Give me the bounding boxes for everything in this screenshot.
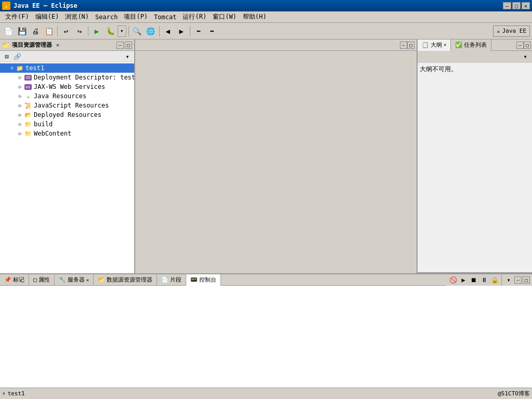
close-button[interactable]: ✕ bbox=[522, 2, 530, 9]
tree-toggle-deployed[interactable]: ▷ bbox=[17, 111, 24, 118]
panel-link-btn[interactable]: 🔗 bbox=[12, 52, 22, 61]
toolbar-next[interactable]: ➡ bbox=[206, 25, 218, 37]
menu-window[interactable]: 窗口(W) bbox=[210, 11, 240, 22]
tab-servers-close[interactable]: ✕ bbox=[86, 277, 89, 283]
title-text: Java EE — Eclipse bbox=[14, 2, 77, 9]
tree-item-js[interactable]: ▷ 📜 JavaScript Resources bbox=[0, 101, 134, 110]
tab-servers-label: 服务器 bbox=[68, 276, 85, 284]
tree-toggle-jax[interactable]: ▷ bbox=[17, 83, 24, 90]
tree-toggle-js[interactable]: ▷ bbox=[17, 102, 24, 109]
tab-outline[interactable]: 📋 大纲 ✕ bbox=[418, 39, 451, 51]
minimize-button[interactable]: — bbox=[503, 2, 511, 9]
outline-icon: 📋 bbox=[422, 42, 429, 48]
perspective-button[interactable]: ☕ Java EE bbox=[493, 25, 530, 37]
tasklist-icon: ✅ bbox=[455, 42, 462, 48]
tab-tasklist-label: 任务列表 bbox=[464, 41, 487, 49]
toolbar-nav-back[interactable]: ◀ bbox=[162, 25, 174, 37]
toolbar-debug[interactable]: 🐛 bbox=[104, 25, 116, 37]
tab-snippets-label: 片段 bbox=[170, 276, 181, 284]
perspective-icon: ☕ bbox=[497, 28, 500, 34]
toolbar-undo[interactable]: ↩ bbox=[60, 25, 72, 37]
console-menu-btn[interactable]: ▾ bbox=[504, 275, 513, 285]
toolbar-print[interactable]: 🖨 bbox=[29, 25, 42, 37]
app-icon: ☕ bbox=[2, 2, 10, 10]
tab-properties[interactable]: □ 属性 bbox=[29, 274, 55, 286]
toolbar-run[interactable]: ▶ bbox=[90, 25, 103, 37]
panel-menu-btn[interactable]: ▾ bbox=[123, 52, 132, 61]
console-stop-btn[interactable]: ⏹ bbox=[469, 275, 478, 285]
console-content bbox=[0, 286, 532, 388]
tree-toggle-java[interactable]: ▷ bbox=[17, 92, 24, 100]
toolbar-nav-forward[interactable]: ▶ bbox=[175, 25, 188, 37]
editor-panel: — □ bbox=[135, 39, 418, 273]
toolbar-new[interactable]: 📄 bbox=[2, 25, 15, 37]
menu-file[interactable]: 文件(F) bbox=[2, 11, 32, 22]
tab-snippets[interactable]: 📄 片段 bbox=[157, 274, 186, 286]
console-icon: 📟 bbox=[190, 276, 198, 283]
editor-maximize-btn[interactable]: □ bbox=[407, 42, 414, 49]
status-right: @51CTO博客 bbox=[498, 390, 530, 397]
toolbar-redo[interactable]: ↪ bbox=[73, 25, 86, 37]
tree-toggle-root[interactable]: ▽ bbox=[8, 64, 16, 72]
datasource-icon: 📂 bbox=[98, 276, 105, 283]
bottom-sep-1 bbox=[501, 275, 502, 285]
menu-tomcat[interactable]: Tomcat bbox=[151, 12, 179, 22]
tree-label-deployed: Deployed Resources bbox=[34, 111, 101, 118]
tree-item-jax[interactable]: ▷ ws JAX-WS Web Services bbox=[0, 82, 134, 91]
menu-help[interactable]: 帮助(H) bbox=[240, 11, 270, 22]
toolbar-sep-4 bbox=[159, 26, 160, 36]
menu-search[interactable]: Search bbox=[92, 12, 121, 22]
panel-maximize-btn[interactable]: □ bbox=[125, 42, 132, 49]
tree-item-build[interactable]: ▷ 📁 build bbox=[0, 119, 134, 129]
tab-datasource[interactable]: 📂 数据源资源管理器 bbox=[94, 274, 157, 286]
editor-minimize-btn[interactable]: — bbox=[400, 42, 407, 49]
tab-outline-close[interactable]: ✕ bbox=[444, 42, 446, 47]
project-explorer-panel: 📁 项目资源管理器 ✕ — □ ⊟ 🔗 ▾ ▽ bbox=[0, 39, 135, 273]
console-pause-btn[interactable]: ⏸ bbox=[479, 275, 489, 285]
bottom-minimize-btn[interactable]: — bbox=[514, 276, 522, 284]
maximize-button[interactable]: □ bbox=[512, 2, 521, 9]
panel-collapse-btn[interactable]: ⊟ bbox=[2, 52, 11, 61]
tree-toggle-build[interactable]: ▷ bbox=[17, 121, 24, 128]
toolbar-run-dropdown[interactable]: ▾ bbox=[118, 25, 126, 37]
tree-label-webcontent: WebContent bbox=[34, 130, 71, 137]
console-run-btn[interactable]: ▶ bbox=[459, 275, 468, 285]
status-bar: ⚡ test1 @51CTO博客 bbox=[0, 388, 532, 399]
properties-icon: □ bbox=[33, 276, 37, 283]
tree-label-build: build bbox=[34, 121, 53, 128]
bottom-maximize-btn[interactable]: □ bbox=[523, 276, 530, 284]
toolbar-prev[interactable]: ⬅ bbox=[192, 25, 205, 37]
tree-item-root[interactable]: ▽ 📁 test1 bbox=[0, 63, 134, 73]
toolbar-copy[interactable]: 📋 bbox=[43, 25, 55, 37]
tree-item-webcontent[interactable]: ▷ 📁 WebContent bbox=[0, 129, 134, 138]
tree-item-dd[interactable]: ▷ dd Deployment Descriptor: test1 bbox=[0, 73, 134, 82]
console-clear-btn[interactable]: 🚫 bbox=[448, 275, 458, 285]
tree-label-jax: JAX-WS Web Services bbox=[34, 83, 105, 90]
outline-menu-btn[interactable]: ▾ bbox=[521, 52, 530, 61]
tab-outline-label: 大纲 bbox=[431, 41, 442, 49]
tree-item-java[interactable]: ▷ ☕ Java Resources bbox=[0, 91, 134, 101]
tab-tasklist[interactable]: ✅ 任务列表 bbox=[451, 39, 491, 51]
tab-servers[interactable]: 🔧 服务器 ✕ bbox=[55, 274, 94, 286]
menu-bar: 文件(F) 编辑(E) 浏览(N) Search 项目(P) Tomcat 运行… bbox=[0, 11, 532, 23]
menu-run[interactable]: 运行(R) bbox=[179, 11, 210, 22]
panel-minimize-btn[interactable]: — bbox=[116, 42, 124, 49]
tree-toggle-dd[interactable]: ▷ bbox=[17, 74, 24, 81]
outline-maximize-btn[interactable]: □ bbox=[524, 42, 531, 49]
toolbar-search[interactable]: 🔍 bbox=[131, 25, 144, 37]
tree-toggle-webcontent[interactable]: ▷ bbox=[17, 130, 24, 137]
menu-edit[interactable]: 编辑(E) bbox=[32, 11, 62, 22]
outline-minimize-btn[interactable]: — bbox=[516, 42, 524, 49]
menu-navigate[interactable]: 浏览(N) bbox=[62, 11, 92, 22]
close-icon[interactable]: ✕ bbox=[56, 42, 59, 48]
tree-item-deployed[interactable]: ▷ 📂 Deployed Resources bbox=[0, 110, 134, 119]
toolbar-web[interactable]: 🌐 bbox=[145, 25, 157, 37]
toolbar-sep-5 bbox=[190, 26, 190, 36]
tab-markers[interactable]: 📌 标记 bbox=[0, 274, 29, 286]
webcontent-icon: 📁 bbox=[24, 129, 32, 138]
menu-project[interactable]: 项目(P) bbox=[121, 11, 151, 22]
toolbar-sep-3 bbox=[128, 26, 129, 36]
console-scroll-lock-btn[interactable]: 🔒 bbox=[490, 275, 499, 285]
toolbar-save[interactable]: 💾 bbox=[16, 25, 28, 37]
tab-console[interactable]: 📟 控制台 bbox=[186, 274, 221, 286]
